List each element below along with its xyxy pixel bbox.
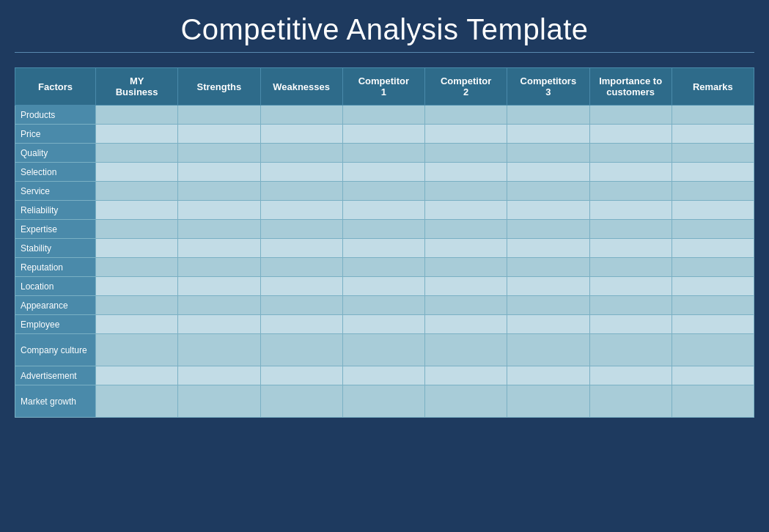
cell-11-8 — [672, 315, 754, 334]
cell-12-5 — [425, 334, 507, 366]
row-label: Products — [15, 106, 96, 125]
header-col-1: MYBusiness — [96, 68, 178, 106]
cell-11-3 — [260, 315, 342, 334]
cell-14-5 — [425, 385, 507, 418]
header-col-0: Factors — [15, 68, 96, 106]
cell-11-6 — [507, 315, 589, 334]
header-col-7: Importance tocustomers — [589, 68, 672, 106]
cell-6-8 — [672, 220, 754, 239]
cell-2-8 — [672, 144, 754, 163]
cell-5-6 — [507, 201, 589, 220]
header-col-5: Competitor2 — [425, 68, 507, 106]
header-col-2: Strengths — [178, 68, 260, 106]
cell-5-8 — [672, 201, 754, 220]
cell-13-2 — [178, 366, 260, 385]
analysis-table: FactorsMYBusinessStrengthsWeaknessesComp… — [15, 67, 754, 418]
row-label: Price — [15, 125, 96, 144]
title-section: Competitive Analysis Template — [15, 13, 754, 63]
cell-0-3 — [260, 106, 342, 125]
cell-3-2 — [178, 163, 260, 182]
cell-5-3 — [260, 201, 342, 220]
cell-11-7 — [589, 315, 672, 334]
cell-3-8 — [672, 163, 754, 182]
title-divider — [15, 52, 754, 53]
cell-10-4 — [342, 296, 424, 315]
cell-1-1 — [96, 125, 178, 144]
cell-5-1 — [96, 201, 178, 220]
cell-4-6 — [507, 182, 589, 201]
cell-7-6 — [507, 239, 589, 258]
cell-13-5 — [425, 366, 507, 385]
cell-13-6 — [507, 366, 589, 385]
cell-5-2 — [178, 201, 260, 220]
table-row: Products — [15, 106, 754, 125]
cell-4-1 — [96, 182, 178, 201]
cell-8-4 — [342, 258, 424, 277]
cell-4-4 — [342, 182, 424, 201]
cell-1-6 — [507, 125, 589, 144]
cell-11-4 — [342, 315, 424, 334]
cell-2-5 — [425, 144, 507, 163]
cell-9-8 — [672, 277, 754, 296]
row-label: Employee — [15, 315, 96, 334]
row-label: Advertisement — [15, 366, 96, 385]
cell-13-7 — [589, 366, 672, 385]
cell-14-6 — [507, 385, 589, 418]
cell-0-8 — [672, 106, 754, 125]
cell-4-8 — [672, 182, 754, 201]
row-label: Company culture — [15, 334, 96, 366]
cell-10-3 — [260, 296, 342, 315]
cell-3-5 — [425, 163, 507, 182]
row-label: Reputation — [15, 258, 96, 277]
cell-10-5 — [425, 296, 507, 315]
table-row: Quality — [15, 144, 754, 163]
cell-8-2 — [178, 258, 260, 277]
cell-10-2 — [178, 296, 260, 315]
cell-0-2 — [178, 106, 260, 125]
cell-7-1 — [96, 239, 178, 258]
cell-1-2 — [178, 125, 260, 144]
row-label: Selection — [15, 163, 96, 182]
table-row: Reputation — [15, 258, 754, 277]
table-row: Employee — [15, 315, 754, 334]
cell-7-2 — [178, 239, 260, 258]
row-label: Reliability — [15, 201, 96, 220]
cell-4-5 — [425, 182, 507, 201]
cell-13-3 — [260, 366, 342, 385]
cell-7-5 — [425, 239, 507, 258]
cell-9-7 — [589, 277, 672, 296]
table-container: FactorsMYBusinessStrengthsWeaknessesComp… — [15, 67, 754, 525]
cell-4-2 — [178, 182, 260, 201]
cell-12-2 — [178, 334, 260, 366]
cell-13-4 — [342, 366, 424, 385]
cell-8-7 — [589, 258, 672, 277]
cell-9-2 — [178, 277, 260, 296]
cell-14-7 — [589, 385, 672, 418]
page: Competitive Analysis Template FactorsMYB… — [0, 0, 769, 532]
cell-10-1 — [96, 296, 178, 315]
cell-12-7 — [589, 334, 672, 366]
cell-14-4 — [342, 385, 424, 418]
cell-3-1 — [96, 163, 178, 182]
cell-14-2 — [178, 385, 260, 418]
cell-1-4 — [342, 125, 424, 144]
cell-2-4 — [342, 144, 424, 163]
cell-13-1 — [96, 366, 178, 385]
cell-5-4 — [342, 201, 424, 220]
row-label: Service — [15, 182, 96, 201]
cell-12-4 — [342, 334, 424, 366]
cell-12-6 — [507, 334, 589, 366]
header-col-4: Competitor1 — [342, 68, 424, 106]
row-label: Location — [15, 277, 96, 296]
cell-10-8 — [672, 296, 754, 315]
cell-5-5 — [425, 201, 507, 220]
cell-7-3 — [260, 239, 342, 258]
cell-4-3 — [260, 182, 342, 201]
cell-7-8 — [672, 239, 754, 258]
cell-6-6 — [507, 220, 589, 239]
cell-11-2 — [178, 315, 260, 334]
table-row: Service — [15, 182, 754, 201]
cell-8-1 — [96, 258, 178, 277]
header-col-8: Remarks — [672, 68, 754, 106]
cell-2-2 — [178, 144, 260, 163]
